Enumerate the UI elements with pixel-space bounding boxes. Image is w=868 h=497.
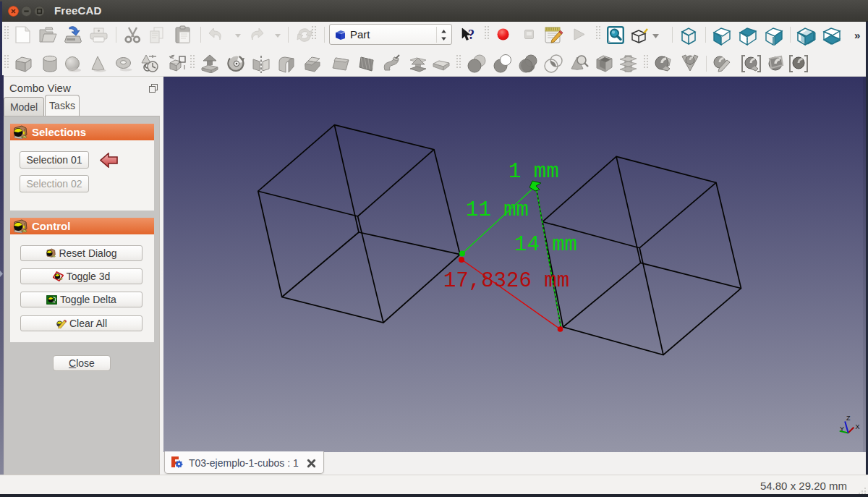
svg-text:?: ? bbox=[468, 27, 475, 42]
svg-text:1 mm: 1 mm bbox=[509, 160, 559, 184]
svg-text:X: X bbox=[856, 423, 860, 430]
svg-text:Y: Y bbox=[840, 425, 844, 433]
svg-text:Z: Z bbox=[846, 415, 851, 422]
svg-text:14 mm: 14 mm bbox=[514, 233, 577, 257]
svg-text:17,8326 mm: 17,8326 mm bbox=[443, 269, 569, 293]
svg-text:11 mm: 11 mm bbox=[466, 198, 529, 222]
